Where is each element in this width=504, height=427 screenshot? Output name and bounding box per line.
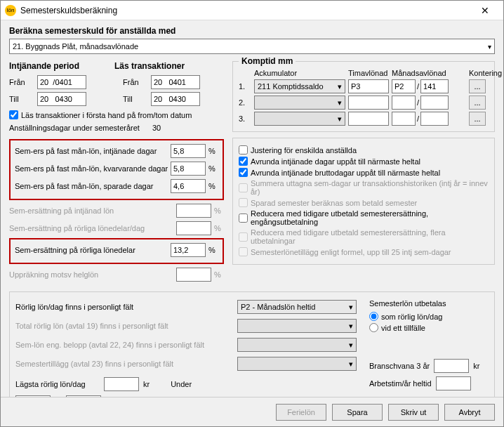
redbox-1: Sem-ers på fast mån-lön, intjänade dagar…	[9, 139, 224, 200]
chevron-down-icon: ▾	[338, 98, 342, 107]
pct-r6-label: Sem-ersättning på rörliga lönedelar	[15, 246, 171, 254]
pct-r2-input[interactable]	[171, 162, 206, 176]
komp-row3-tim[interactable]	[348, 112, 389, 126]
komp-row2-tim[interactable]	[348, 96, 389, 110]
sem-till-label: Semestertillägg (avtal 23) finns i perso…	[15, 360, 225, 368]
total-rorlig-label: Total rörlig lön (avtal 19) finns i pers…	[15, 322, 225, 330]
anst-days-label: Anställningsdagar under semesteråret	[9, 124, 140, 132]
period-head-intj: Intjänande period	[9, 61, 79, 71]
pct-r7-label: Uppräkning motsv helglön	[9, 270, 176, 279]
intj-from-input[interactable]	[37, 75, 86, 89]
las-from-input[interactable]	[151, 75, 200, 89]
radio-rorlig[interactable]	[369, 312, 378, 321]
from-label-1: Från	[9, 78, 33, 86]
app-icon: lön	[5, 5, 16, 16]
komp-row1-kon[interactable]	[420, 79, 449, 93]
chevron-down-icon: ▾	[349, 303, 353, 312]
redbox-2: Sem-ersättning på rörliga lönedelar %	[9, 238, 224, 264]
under-label: Under	[171, 380, 192, 388]
check-justering[interactable]	[239, 145, 248, 155]
komp-row2-num: 2.	[239, 98, 251, 107]
till-label-1: Till	[9, 95, 33, 103]
chevron-down-icon: ▾	[488, 43, 491, 51]
pct-r5-unit: %	[211, 224, 224, 232]
ferie-button: Ferielön	[276, 404, 326, 421]
komp-head-tim: Timavlönad	[348, 69, 389, 77]
arbetstim-input[interactable]	[436, 376, 471, 390]
check-summera	[239, 183, 248, 192]
lagsta-rorlig-input[interactable]	[104, 377, 139, 391]
komp-row1-browse[interactable]: ...	[469, 79, 486, 93]
komp-row3-man[interactable]	[392, 112, 416, 126]
total-rorlig-combo: ▾	[237, 319, 357, 333]
radio-vid[interactable]	[369, 323, 378, 332]
pct-r3-input[interactable]	[171, 179, 206, 193]
till-label-2: Till	[123, 95, 147, 103]
rorlig-combo[interactable]: P2 - Månadslön heltid▾	[237, 300, 357, 314]
pct-r1-unit: %	[206, 147, 218, 155]
check-avrunda-brutto[interactable]	[239, 168, 248, 177]
pct-r4-input	[176, 204, 211, 218]
check-reducera-eng[interactable]	[239, 214, 248, 223]
agreement-select[interactable]: 21. Byggnads Plåt, månadsavlönade ▾	[9, 39, 495, 54]
pct-r7-unit: %	[211, 270, 224, 279]
close-button[interactable]: ✕	[471, 1, 499, 20]
rorlig-head: Rörlig lön/dag finns i personligt fält	[15, 303, 225, 311]
pct-r1-input[interactable]	[171, 144, 206, 158]
pct-r3-unit: %	[206, 182, 218, 190]
skriv-button[interactable]: Skriv ut	[388, 404, 439, 421]
komp-row1-tim[interactable]	[348, 79, 389, 93]
komp-head-man: Månadsavlönad	[392, 69, 466, 77]
sem-eng-label: Sem-lön eng. belopp (avtal 22, 24) finns…	[15, 341, 225, 349]
pct-r6-input[interactable]	[171, 243, 206, 257]
sem-till-combo: ▾	[237, 357, 357, 371]
check-avrunda-dagar[interactable]	[239, 157, 248, 166]
komp-row2-browse[interactable]: ...	[469, 96, 486, 110]
bransch-label: Branschvana 3 år	[369, 362, 430, 370]
las-till-input[interactable]	[151, 92, 200, 106]
avbryt-button[interactable]: Avbryt	[444, 404, 495, 421]
titlebar: lön Semesterskuldsberäkning ✕	[1, 1, 503, 20]
pct-r3-label: Sem-ers på fast mån-lön, sparade dagar	[15, 182, 171, 190]
spara-button[interactable]: Spara	[332, 404, 383, 421]
period-head-las: Läs transaktioner	[114, 61, 185, 71]
komp-row1-ack[interactable]: 211 Komptidssaldo▾	[254, 79, 345, 93]
pct-r6-unit: %	[206, 246, 218, 254]
pct-r4-unit: %	[211, 206, 224, 215]
intj-till-input[interactable]	[37, 92, 86, 106]
komp-head-ack: Ackumulator	[254, 69, 345, 77]
check-sparad	[239, 198, 248, 207]
komp-row2-ack[interactable]: ▾	[254, 96, 345, 110]
sem-eng-combo: ▾	[237, 338, 357, 352]
komp-row3-browse[interactable]: ...	[469, 112, 486, 126]
las-first-checkbox[interactable]	[9, 110, 18, 119]
chevron-down-icon: ▾	[349, 360, 353, 369]
sem-utb-head: Semesterlön utbetalas	[369, 299, 489, 308]
komp-fieldset: Komptid mm Ackumulator Timavlönad Månads…	[232, 61, 495, 132]
pct-r5-input	[176, 221, 211, 235]
from-label-2: Från	[123, 78, 147, 86]
komp-head-kon: Kontering	[469, 69, 489, 77]
komp-row3-num: 3.	[239, 114, 251, 123]
check-semtillagg	[239, 247, 248, 256]
window: lön Semesterskuldsberäkning ✕ Beräkna se…	[0, 0, 504, 427]
anst-days-value: 30	[152, 124, 161, 132]
section-header: Beräkna semesterskuld för anställda med	[9, 26, 495, 36]
agreement-value: 21. Byggnads Plåt, månadsavlönade	[13, 42, 138, 51]
chevron-down-icon: ▾	[349, 322, 353, 331]
komp-row2-man[interactable]	[392, 96, 416, 110]
pct-r2-unit: %	[206, 164, 218, 173]
options-fieldset: Justering för enskilda anställda Avrunda…	[232, 138, 495, 265]
komp-row1-num: 1.	[239, 82, 251, 91]
komp-row3-kon[interactable]	[420, 112, 449, 126]
content: Beräkna semesterskuld för anställda med …	[1, 20, 503, 397]
komp-row1-man[interactable]	[392, 79, 416, 93]
komp-row2-kon[interactable]	[420, 96, 449, 110]
arbetstim-label: Arbetstim/år heltid	[369, 379, 432, 388]
pct-r7-input	[176, 268, 211, 282]
window-title: Semesterskuldsberäkning	[20, 6, 471, 15]
bransch-input[interactable]	[434, 359, 469, 373]
komp-row3-ack[interactable]: ▾	[254, 112, 345, 126]
chevron-down-icon: ▾	[338, 82, 342, 91]
las-first-label: Läs transaktioner i första hand på from/…	[21, 111, 192, 119]
